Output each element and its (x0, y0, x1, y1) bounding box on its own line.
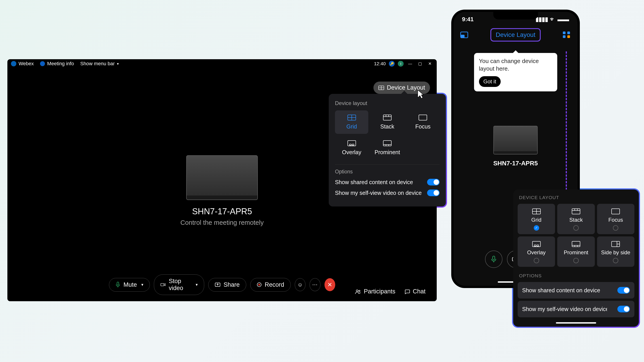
maximize-icon: ▢ (418, 61, 422, 66)
record-button[interactable]: Record (250, 278, 291, 292)
close-icon: ✕ (428, 61, 432, 66)
svg-point-9 (359, 290, 360, 292)
radio-icon (573, 258, 579, 263)
mobile-layout-overlay[interactable]: Overlay (518, 236, 555, 267)
share-button[interactable]: Share (208, 278, 246, 292)
stack-layout-icon (383, 114, 392, 121)
mobile-layout-sidebyside[interactable]: Side by side (597, 236, 634, 267)
apps-icon[interactable] (563, 31, 571, 38)
popover-title: Device layout (335, 100, 440, 106)
grid-icon (378, 86, 384, 90)
svg-rect-26 (461, 35, 464, 37)
tooltip-text: You can change device layout here. (479, 57, 552, 73)
chevron-down-icon: ▾ (117, 62, 119, 66)
mobile-toggle-shared-switch[interactable] (618, 287, 630, 294)
layout-option-overlay[interactable]: Overlay (335, 136, 368, 160)
stop-video-label: Stop video (169, 278, 191, 292)
layout-option-focus[interactable]: Focus (406, 110, 440, 134)
right-meeting-controls: Participants Chat (355, 288, 426, 295)
radio-checked-icon (534, 225, 539, 231)
mobile-home-indicator[interactable] (556, 322, 596, 324)
overlay-layout-icon (532, 241, 541, 247)
phone-layout-label: Device Layout (496, 31, 535, 38)
pip-icon[interactable] (460, 31, 468, 38)
focus-layout-icon (611, 208, 620, 215)
close-icon: ✕ (327, 281, 332, 288)
meeting-info-label: Meeting info (47, 61, 74, 67)
lock-button[interactable]: 🔑 (389, 61, 395, 67)
cellular-icon: ▮▮▮▮ (536, 16, 548, 23)
close-button[interactable]: ✕ (426, 60, 433, 67)
toggle-shared-content: Show shared content on device (335, 179, 440, 185)
radio-icon (573, 225, 579, 231)
toggle-selfview: Show my self-view video on device (335, 189, 440, 196)
phone-device-layout-button[interactable]: Device Layout (490, 28, 541, 41)
svg-rect-32 (572, 209, 580, 214)
mobile-layout-grid-label: Grid (531, 217, 541, 223)
chat-button[interactable]: Chat (404, 288, 426, 295)
meeting-info-button[interactable]: Meeting info (40, 61, 74, 67)
maximize-button[interactable]: ▢ (416, 60, 423, 67)
toggle-selfview-label: Show my self-view video on device (335, 190, 422, 196)
share-icon (215, 282, 220, 287)
mobile-layout-grid[interactable]: Grid (518, 204, 555, 234)
svg-point-8 (356, 290, 358, 292)
minimize-button[interactable]: — (407, 60, 414, 67)
tooltip-gotit-button[interactable]: Got it (479, 76, 501, 87)
info-icon (40, 61, 45, 66)
chat-label: Chat (413, 288, 426, 295)
mobile-layout-focus[interactable]: Focus (597, 204, 634, 234)
layout-tooltip: You can change device layout here. Got i… (474, 53, 557, 91)
phone-device-preview: SHN7-17-APR5 (493, 126, 538, 167)
svg-rect-36 (612, 209, 620, 214)
prominent-layout-icon (572, 241, 580, 247)
grid-layout-icon (347, 114, 356, 121)
phone-top-bar: Device Layout (454, 24, 578, 46)
svg-rect-37 (532, 241, 540, 247)
app-brand[interactable]: Webex (11, 61, 34, 67)
mobile-toggle-selfview-switch[interactable] (618, 306, 630, 312)
toggle-shared-content-label: Show shared content on device (335, 179, 413, 185)
mobile-layout-prominent[interactable]: Prominent (557, 236, 594, 267)
record-label: Record (265, 281, 284, 288)
toggle-shared-content-switch[interactable] (427, 179, 440, 185)
device-preview: SHN7-17-APR5 Control the meeting remotel… (180, 155, 264, 226)
mobile-toggle-shared-label: Show shared content on device (522, 287, 600, 294)
reactions-button[interactable]: ☺ (295, 278, 306, 291)
svg-rect-3 (117, 282, 119, 285)
mute-button[interactable]: Mute▾ (109, 278, 150, 292)
layout-option-prominent[interactable]: Prominent (370, 136, 404, 160)
svg-rect-20 (352, 144, 354, 145)
mobile-layout-sidebyside-label: Side by side (601, 249, 630, 256)
record-icon (257, 282, 262, 287)
phone-notch (493, 12, 538, 19)
end-call-button[interactable]: ✕ (324, 278, 335, 291)
mobile-layout-stack[interactable]: Stack (557, 204, 594, 234)
layout-prominent-label: Prominent (374, 149, 400, 156)
show-menu-label: Show menu bar (80, 61, 115, 67)
layout-option-grid[interactable]: Grid (335, 110, 368, 134)
chat-icon (404, 289, 410, 294)
svg-rect-19 (350, 144, 351, 145)
svg-rect-17 (419, 115, 427, 120)
svg-rect-21 (383, 141, 391, 146)
more-options-button[interactable]: ⋯ (310, 278, 320, 291)
wifi-icon: ᯤ (550, 16, 556, 23)
network-quality-button[interactable]: ⫴ (398, 61, 404, 67)
participants-button[interactable]: Participants (355, 288, 395, 295)
video-icon (160, 282, 166, 287)
layout-grid-label: Grid (346, 123, 357, 130)
meeting-controls: Mute▾ Stop video▾ Share Record ☺ ⋯ ✕ (109, 274, 335, 295)
show-menu-bar-button[interactable]: Show menu bar▾ (80, 61, 119, 67)
phone-mute-button[interactable] (485, 251, 502, 268)
stop-video-button[interactable]: Stop video▾ (154, 274, 204, 295)
radio-icon (534, 258, 539, 263)
phone-device-name: SHN7-17-APR5 (493, 160, 538, 167)
layout-option-stack[interactable]: Stack (370, 110, 404, 134)
mobile-toggle-selfview-label: Show my self-view video on device (522, 306, 607, 312)
mobile-toggle-selfview: Show my self-view video on device (518, 301, 634, 317)
grid-layout-icon (532, 208, 541, 215)
svg-rect-18 (348, 141, 356, 146)
toggle-selfview-switch[interactable] (427, 189, 440, 196)
svg-rect-27 (492, 256, 495, 260)
